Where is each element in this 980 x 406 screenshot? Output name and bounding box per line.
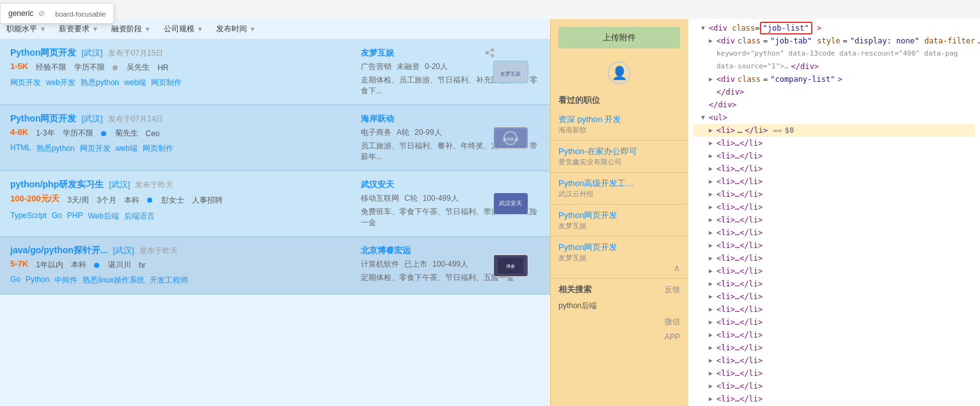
- expand-arrow-icon[interactable]: ▶: [709, 355, 713, 366]
- devtools-line[interactable]: ▶ <li>…</li>: [693, 380, 975, 393]
- viewed-jobs-title: 看过的职位: [551, 90, 688, 109]
- filter-item-level[interactable]: 职能水平 ▼: [6, 24, 46, 35]
- viewed-job-title[interactable]: Python-在家办公即可: [558, 146, 680, 157]
- viewed-job-company: 爱竞鑫实业有限公司: [558, 157, 680, 167]
- devtools-line[interactable]: ▶ <li>…</li>: [693, 252, 975, 265]
- devtools-line[interactable]: ▶ <li>…</li>: [693, 214, 975, 226]
- devtools-line[interactable]: ▶ <li>…</li>: [693, 367, 975, 380]
- filter-item-date[interactable]: 发布时间 ▼: [216, 24, 256, 35]
- devtools-line-selected[interactable]: ▶ <li> … </li> == $0: [693, 124, 975, 137]
- devtools-line[interactable]: ▶ <li>…</li>: [693, 277, 975, 290]
- company-name[interactable]: 海岸跃动: [361, 113, 540, 125]
- devtools-line[interactable]: ▶ <div class="job-tab" style="display: n…: [693, 35, 975, 47]
- viewed-job-title[interactable]: Python网页开发: [558, 210, 680, 221]
- viewed-job-title[interactable]: Python高级开发工…: [558, 178, 680, 189]
- company-industry: 广告营销: [361, 61, 391, 72]
- expand-arrow-icon[interactable]: ▶: [709, 201, 713, 213]
- upload-resume-button[interactable]: 上传附件: [558, 27, 680, 49]
- viewed-job-title[interactable]: 资深 python 开发: [558, 114, 680, 125]
- filter-item-stage[interactable]: 融资阶段 ▼: [111, 24, 151, 35]
- company-name[interactable]: 武汉安天: [361, 179, 540, 191]
- expand-arrow-icon[interactable]: ▼: [701, 22, 705, 34]
- devtools-line[interactable]: ▶ <div class="company-list" >: [693, 73, 975, 86]
- viewed-job-item[interactable]: Python-在家办公即可 爱竞鑫实业有限公司: [551, 141, 688, 173]
- viewed-job-item[interactable]: Python网页开发 友梦互娱 ∧: [551, 237, 688, 279]
- job-title[interactable]: java/go/python探针开...: [10, 245, 107, 256]
- devtools-line: </div>: [693, 86, 975, 98]
- viewed-job-item[interactable]: Python高级开发工… 武汉云外恒: [551, 173, 688, 205]
- job-contact-dot: [147, 196, 154, 205]
- expand-arrow-icon[interactable]: ▶: [709, 74, 713, 85]
- devtools-line[interactable]: ▶ <li>…</li>: [693, 341, 975, 354]
- expand-arrow-icon[interactable]: ▶: [709, 227, 713, 238]
- job-education: 本科: [124, 195, 139, 206]
- job-title[interactable]: Python网页开发: [10, 47, 76, 59]
- devtools-line[interactable]: ▼ <div class="job-list" >: [693, 22, 975, 35]
- collapse-icon[interactable]: ∧: [674, 263, 680, 273]
- expand-arrow-icon[interactable]: ▶: [709, 150, 713, 162]
- tooltip-close-icon[interactable]: ⊘: [38, 9, 45, 18]
- devtools-line[interactable]: ▶ <li>…</li>: [693, 188, 975, 201]
- filter-item-size[interactable]: 公司规模 ▼: [164, 24, 203, 35]
- chevron-down-icon: ▼: [197, 26, 203, 33]
- wechat-label[interactable]: 微信: [665, 316, 680, 327]
- devtools-line[interactable]: ▶ <li>…</li>: [693, 303, 975, 316]
- expand-arrow-icon[interactable]: ▶: [709, 189, 713, 200]
- job-experience: 1年以内: [36, 260, 63, 270]
- devtools-line[interactable]: ▶ <li>…</li>: [693, 162, 975, 175]
- company-name[interactable]: 友梦互娱: [361, 47, 540, 59]
- expand-arrow-icon[interactable]: ▶: [709, 393, 713, 405]
- tag: 熟悉linux操作系统: [83, 275, 145, 286]
- devtools-line[interactable]: ▶ <li>…</li>: [693, 265, 975, 277]
- expand-arrow-icon[interactable]: ▶: [709, 137, 713, 149]
- expand-arrow-icon[interactable]: ▶: [709, 368, 713, 379]
- devtools-line[interactable]: ▶ <li>…</li>: [693, 239, 975, 252]
- feedback-button[interactable]: 反馈: [665, 285, 680, 295]
- devtools-line[interactable]: ▶ <li>…</li>: [693, 226, 975, 239]
- viewed-job-title[interactable]: Python网页开发: [558, 242, 680, 253]
- expand-arrow-icon[interactable]: ▶: [709, 163, 713, 175]
- expand-arrow-icon[interactable]: ▶: [709, 316, 713, 328]
- tag: 网页制作: [143, 143, 173, 154]
- expand-arrow-icon[interactable]: ▶: [709, 342, 713, 354]
- related-search-title: 相关搜索: [558, 284, 592, 295]
- devtools-line[interactable]: ▶ <li>…</li>: [693, 290, 975, 303]
- devtools-line[interactable]: ▶ <li>…</li>: [693, 137, 975, 150]
- share-icon[interactable]: [485, 47, 495, 59]
- expand-arrow-icon[interactable]: ▶: [709, 329, 713, 341]
- search-tag-item[interactable]: python后端: [551, 298, 688, 314]
- expand-arrow-icon[interactable]: ▶: [709, 265, 713, 277]
- expand-arrow-icon[interactable]: ▼: [701, 112, 705, 123]
- devtools-line[interactable]: ▶ <li>…</li>: [693, 175, 975, 188]
- devtools-line[interactable]: ▶ <li>…</li>: [693, 354, 975, 367]
- job-contact-dot: [94, 261, 100, 270]
- expand-arrow-icon[interactable]: ▶: [709, 291, 713, 302]
- expand-arrow-icon[interactable]: ▶: [709, 380, 713, 392]
- devtools-line[interactable]: ▶ <li>…</li>: [693, 393, 975, 405]
- job-title[interactable]: python/php研发实习生: [10, 179, 104, 191]
- filter-item-salary[interactable]: 薪资要求 ▼: [59, 24, 99, 35]
- devtools-line[interactable]: ▼ <ul>: [693, 111, 975, 124]
- devtools-line[interactable]: ▶ <li>…</li>: [693, 316, 975, 329]
- equals-sign: ==: [773, 125, 782, 136]
- viewed-job-item[interactable]: Python网页开发 友梦互娱: [551, 205, 688, 237]
- job-date: 发布于昨天: [139, 246, 178, 256]
- expand-arrow-icon[interactable]: ▶: [709, 125, 713, 136]
- expand-arrow-icon[interactable]: ▶: [709, 176, 713, 187]
- company-logo: 海岸跃动: [491, 125, 530, 151]
- chevron-down-icon: ▼: [145, 26, 151, 33]
- devtools-line[interactable]: ▶ <li>…</li>: [693, 329, 975, 341]
- expand-arrow-icon[interactable]: ▶: [709, 253, 713, 264]
- job-contact-dot: [113, 63, 119, 72]
- expand-arrow-icon[interactable]: ▶: [709, 304, 713, 315]
- expand-arrow-icon[interactable]: ▶: [709, 35, 713, 47]
- expand-arrow-icon[interactable]: ▶: [709, 240, 713, 251]
- viewed-job-item[interactable]: 资深 python 开发 海南新软: [551, 109, 688, 141]
- devtools-line[interactable]: ▶ <li>…</li>: [693, 201, 975, 214]
- filter-label-salary: 薪资要求: [59, 24, 90, 35]
- job-listings-panel: 职能水平 ▼ 薪资要求 ▼ 融资阶段 ▼ 公司规模 ▼ 发布时间 ▼: [0, 19, 550, 406]
- expand-arrow-icon[interactable]: ▶: [709, 278, 713, 290]
- expand-arrow-icon[interactable]: ▶: [709, 214, 713, 226]
- devtools-line[interactable]: ▶ <li>…</li>: [693, 150, 975, 162]
- job-title[interactable]: Python网页开发: [10, 113, 76, 125]
